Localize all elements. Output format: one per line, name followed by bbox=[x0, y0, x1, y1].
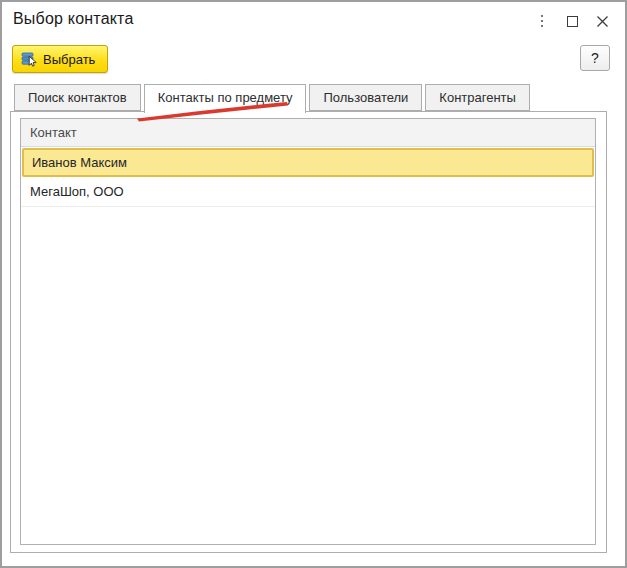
maximize-button[interactable] bbox=[557, 10, 587, 32]
select-button-label: Выбрать bbox=[43, 52, 95, 67]
help-button-label: ? bbox=[591, 50, 599, 66]
tab-users[interactable]: Пользователи bbox=[309, 84, 422, 111]
menu-dots-icon[interactable] bbox=[527, 10, 557, 32]
tab-contacts-by-subject[interactable]: Контакты по предмету bbox=[144, 84, 307, 113]
help-button[interactable]: ? bbox=[580, 45, 610, 71]
contacts-table: Контакт Иванов Максим МегаШоп, ООО bbox=[20, 118, 596, 545]
table-row-megashop[interactable]: МегаШоп, ООО bbox=[21, 177, 595, 207]
maximize-icon bbox=[567, 16, 578, 27]
tab-bar: Поиск контактов Контакты по предмету Пол… bbox=[14, 84, 530, 113]
column-header-contact[interactable]: Контакт bbox=[21, 119, 595, 147]
close-button[interactable] bbox=[587, 10, 617, 32]
contact-selection-dialog: Выбор контакта Выбрать ? bbox=[0, 0, 627, 568]
window-controls bbox=[527, 10, 617, 32]
kebab-menu-icon bbox=[541, 15, 544, 28]
titlebar: Выбор контакта bbox=[2, 2, 625, 40]
select-contact-icon bbox=[21, 51, 38, 68]
window-title: Выбор контакта bbox=[13, 10, 134, 28]
select-button[interactable]: Выбрать bbox=[12, 45, 108, 73]
contacts-by-subject-panel: Контакт Иванов Максим МегаШоп, ООО bbox=[10, 111, 607, 553]
tab-counterparties[interactable]: Контрагенты bbox=[425, 84, 530, 111]
tab-contact-search[interactable]: Поиск контактов bbox=[14, 84, 141, 111]
close-icon bbox=[596, 15, 609, 28]
table-row-ivanov[interactable]: Иванов Максим bbox=[22, 148, 594, 177]
